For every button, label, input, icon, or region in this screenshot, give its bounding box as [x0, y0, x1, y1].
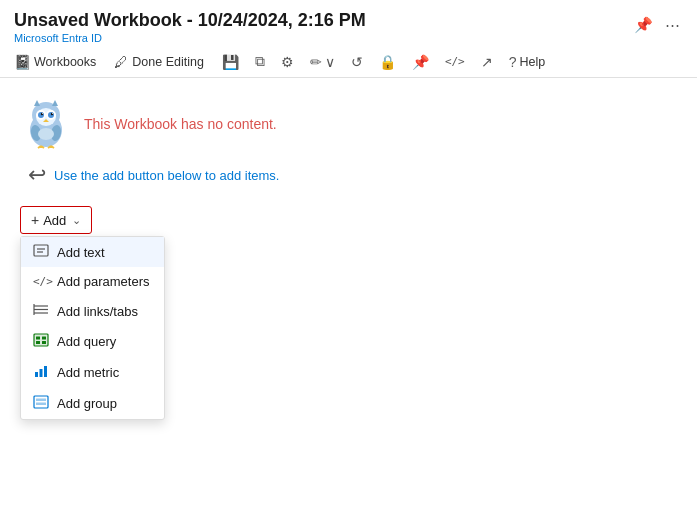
more-icon[interactable]: ⋯	[662, 14, 683, 36]
svg-rect-40	[36, 399, 46, 402]
dropdown-item-add-metric[interactable]: Add metric	[21, 357, 164, 388]
svg-rect-32	[36, 337, 40, 340]
arrow-icon: ↩	[28, 162, 46, 188]
title-bar: Unsaved Workbook - 10/24/2024, 2:16 PM M…	[0, 0, 697, 46]
dropdown-item-add-query[interactable]: Add query	[21, 326, 164, 357]
svg-point-12	[52, 113, 53, 114]
add-parameters-icon: </>	[33, 275, 49, 288]
pin-toolbar-icon: 📌	[412, 54, 429, 70]
add-metric-icon	[33, 364, 49, 381]
main-content: This Workbook has no content. ↩ Use the …	[0, 78, 697, 254]
edit-chevron-icon: ∨	[325, 54, 335, 70]
help-label: Help	[520, 55, 546, 69]
svg-marker-3	[52, 100, 58, 106]
done-editing-label: Done Editing	[132, 55, 204, 69]
add-group-label: Add group	[57, 396, 117, 411]
code-button[interactable]: </>	[439, 52, 471, 71]
svg-rect-30	[34, 334, 48, 346]
add-hint: ↩ Use the add button below to add items.	[28, 162, 677, 188]
add-query-label: Add query	[57, 334, 116, 349]
help-icon: ?	[509, 54, 517, 70]
lock-button[interactable]: 🔒	[373, 51, 402, 73]
workbooks-icon: 📓	[14, 54, 31, 70]
page-title: Unsaved Workbook - 10/24/2024, 2:16 PM	[14, 10, 366, 31]
share-icon: ↗	[481, 54, 493, 70]
save-button[interactable]: 💾	[216, 51, 245, 73]
add-text-label: Add text	[57, 245, 105, 260]
pin-toolbar-button[interactable]: 📌	[406, 51, 435, 73]
dropdown-item-add-text[interactable]: Add text	[21, 237, 164, 267]
add-links-label: Add links/tabs	[57, 304, 138, 319]
add-links-icon	[33, 303, 49, 319]
svg-point-16	[38, 128, 54, 140]
add-hint-text: Use the add button below to add items.	[54, 168, 279, 183]
dropdown-item-add-links[interactable]: Add links/tabs	[21, 296, 164, 326]
add-text-icon	[33, 244, 49, 260]
svg-rect-34	[36, 341, 40, 344]
owl-illustration	[20, 98, 72, 150]
svg-point-7	[38, 112, 44, 118]
svg-point-8	[48, 112, 54, 118]
add-button-container: + Add ⌄ Add text </> Add paramet	[20, 206, 92, 234]
share-button[interactable]: ↗	[475, 51, 499, 73]
add-query-icon	[33, 333, 49, 350]
svg-rect-37	[40, 369, 43, 377]
add-chevron-icon: ⌄	[72, 214, 81, 227]
workbooks-label: Workbooks	[34, 55, 96, 69]
dropdown-item-add-parameters[interactable]: </> Add parameters	[21, 267, 164, 296]
add-metric-label: Add metric	[57, 365, 119, 380]
copy-button[interactable]: ⧉	[249, 50, 271, 73]
add-button[interactable]: + Add ⌄	[20, 206, 92, 234]
settings-icon: ⚙	[281, 54, 294, 70]
save-icon: 💾	[222, 54, 239, 70]
done-editing-icon: 🖊	[114, 54, 128, 70]
undo-button[interactable]: ↺	[345, 51, 369, 73]
svg-rect-41	[36, 403, 46, 406]
toolbar: 📓 Workbooks 🖊 Done Editing 💾 ⧉ ⚙ ✏ ∨ ↺ 🔒…	[0, 46, 697, 78]
title-bar-left: Unsaved Workbook - 10/24/2024, 2:16 PM M…	[14, 10, 366, 44]
svg-rect-33	[42, 337, 46, 340]
code-icon: </>	[445, 55, 465, 68]
lock-icon: 🔒	[379, 54, 396, 70]
plus-icon: +	[31, 212, 39, 228]
add-group-icon	[33, 395, 49, 412]
done-editing-button[interactable]: 🖊 Done Editing	[106, 51, 212, 73]
pin-icon[interactable]: 📌	[631, 14, 656, 36]
empty-message: This Workbook has no content.	[84, 116, 277, 132]
undo-icon: ↺	[351, 54, 363, 70]
edit-button[interactable]: ✏ ∨	[304, 51, 341, 73]
dropdown-item-add-group[interactable]: Add group	[21, 388, 164, 419]
svg-rect-39	[34, 396, 48, 408]
svg-marker-2	[34, 100, 40, 106]
title-bar-right: 📌 ⋯	[631, 10, 683, 36]
edit-icon: ✏	[310, 54, 322, 70]
svg-rect-35	[42, 341, 46, 344]
svg-rect-23	[34, 245, 48, 256]
empty-state: This Workbook has no content.	[20, 98, 677, 150]
help-button[interactable]: ? Help	[503, 51, 552, 73]
svg-rect-36	[35, 372, 38, 377]
add-dropdown-menu: Add text </> Add parameters Add links/ta	[20, 236, 165, 420]
add-label: Add	[43, 213, 66, 228]
svg-point-11	[42, 113, 43, 114]
copy-icon: ⧉	[255, 53, 265, 70]
add-parameters-label: Add parameters	[57, 274, 150, 289]
svg-rect-38	[44, 366, 47, 377]
settings-button[interactable]: ⚙	[275, 51, 300, 73]
workbooks-button[interactable]: 📓 Workbooks	[8, 51, 102, 73]
page-subtitle: Microsoft Entra ID	[14, 32, 366, 44]
